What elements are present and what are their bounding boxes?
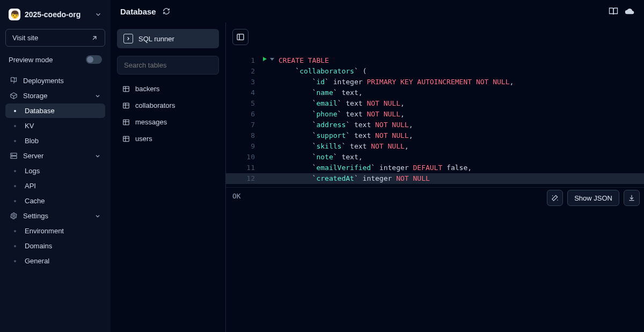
bullet-icon <box>14 185 16 187</box>
svg-rect-5 <box>123 86 129 91</box>
chevron-down-icon <box>94 153 101 159</box>
preview-mode-toggle[interactable] <box>86 55 102 64</box>
nav-item-storage[interactable]: Storage <box>5 88 105 103</box>
nav-sub-label: KV <box>25 122 34 130</box>
sidebar: 👦 2025-coedo-org Visit site Preview mode… <box>0 0 111 332</box>
show-json-button[interactable]: Show JSON <box>567 190 619 206</box>
nav-sub-general[interactable]: General <box>5 254 105 268</box>
play-icon[interactable] <box>261 56 268 62</box>
svg-rect-17 <box>237 34 244 40</box>
tables-column: SQL runner backerscollaboratorsmessagesu… <box>111 23 225 332</box>
editor-column: 1CREATE TABLE2 `collaborators` (3 `id` i… <box>225 23 644 332</box>
table-item-backers[interactable]: backers <box>117 81 219 97</box>
page-title: Database <box>120 7 156 16</box>
refresh-icon[interactable] <box>163 8 170 15</box>
visit-site-button[interactable]: Visit site <box>5 29 105 47</box>
bullet-icon <box>14 140 16 142</box>
bullet-icon <box>14 230 16 232</box>
topbar: Database <box>111 0 644 23</box>
cloud-icon[interactable] <box>625 6 634 16</box>
svg-point-3 <box>12 157 12 158</box>
main: Database SQL runner backerscollaborators… <box>111 0 644 332</box>
nav-sub-database[interactable]: Database <box>5 104 105 118</box>
preview-mode-row: Preview mode <box>5 53 105 66</box>
nav-sub-domains[interactable]: Domains <box>5 239 105 253</box>
bullet-icon <box>14 260 16 262</box>
nav-sub-label: Database <box>25 107 55 115</box>
nav-sub-label: Domains <box>25 242 52 250</box>
table-item-collaborators[interactable]: collaborators <box>117 98 219 113</box>
external-link-icon <box>91 34 98 42</box>
project-picker[interactable]: 👦 2025-coedo-org <box>5 5 105 24</box>
nav-sub-blob[interactable]: Blob <box>5 134 105 148</box>
nav-sub-environment[interactable]: Environment <box>5 224 105 238</box>
table-item-label: backers <box>135 85 160 93</box>
editor-actions: Show JSON <box>547 190 640 206</box>
chevron-down-icon <box>94 213 101 219</box>
nav-item-server[interactable]: Server <box>5 149 105 163</box>
table-icon <box>122 135 130 143</box>
download-button[interactable] <box>624 190 640 206</box>
svg-marker-19 <box>263 57 267 61</box>
nav-sub-label: Cache <box>25 197 45 205</box>
nav-sub-api[interactable]: API <box>5 179 105 193</box>
sql-runner-label: SQL runner <box>138 35 174 43</box>
nav-item-label: Settings <box>23 212 48 220</box>
table-item-users[interactable]: users <box>117 131 219 146</box>
bullet-icon <box>14 125 16 127</box>
nav-item-settings[interactable]: Settings <box>5 209 105 223</box>
nav-item-deployments[interactable]: Deployments <box>5 73 105 88</box>
tables-list: backerscollaboratorsmessagesusers <box>117 81 219 146</box>
chevron-down-icon <box>94 11 102 18</box>
nav-item-label: Server <box>23 152 43 160</box>
book-icon[interactable] <box>609 6 618 16</box>
code-editor[interactable]: 1CREATE TABLE2 `collaborators` (3 `id` i… <box>226 52 644 184</box>
table-icon <box>122 85 130 93</box>
svg-rect-14 <box>123 136 129 141</box>
table-item-label: messages <box>135 118 167 126</box>
bullet-icon <box>14 245 16 247</box>
sidebar-nav: DeploymentsStorageDatabaseKVBlobServerLo… <box>5 73 105 268</box>
chevron-down-icon <box>94 93 101 99</box>
search-tables-input[interactable] <box>117 56 219 75</box>
chevron-down-icon[interactable] <box>269 56 275 62</box>
panel-toggle-button[interactable] <box>232 29 248 45</box>
svg-point-2 <box>12 154 12 154</box>
table-icon <box>122 119 130 126</box>
svg-point-4 <box>13 215 15 217</box>
nav-sub-logs[interactable]: Logs <box>5 164 105 178</box>
avatar: 👦 <box>9 9 20 20</box>
nav-item-label: Storage <box>23 92 48 100</box>
terminal-icon <box>123 34 133 43</box>
nav-sub-cache[interactable]: Cache <box>5 194 105 208</box>
nav-sub-label: API <box>25 182 36 190</box>
svg-rect-11 <box>123 120 129 124</box>
show-json-label: Show JSON <box>574 194 612 202</box>
table-item-label: users <box>135 135 152 143</box>
bullet-icon <box>14 200 16 202</box>
table-item-messages[interactable]: messages <box>117 114 219 130</box>
nav-sub-label: Blob <box>25 137 39 145</box>
download-icon <box>628 194 635 202</box>
magic-wand-button[interactable] <box>547 190 563 206</box>
table-item-label: collaborators <box>135 101 175 109</box>
magic-wand-icon <box>551 194 559 202</box>
search-tables-field[interactable] <box>124 61 212 69</box>
preview-mode-label: Preview mode <box>9 56 53 64</box>
visit-site-label: Visit site <box>12 34 38 42</box>
bullet-icon <box>14 110 16 112</box>
table-icon <box>122 102 130 109</box>
svg-rect-8 <box>123 103 129 108</box>
nav-sub-label: Logs <box>25 167 40 175</box>
sql-runner-button[interactable]: SQL runner <box>117 29 219 48</box>
svg-marker-20 <box>270 58 274 61</box>
panel-left-icon <box>236 33 245 41</box>
nav-sub-label: Environment <box>25 227 64 235</box>
nav-item-label: Deployments <box>23 77 64 85</box>
bullet-icon <box>14 170 16 172</box>
nav-sub-label: General <box>25 257 49 265</box>
nav-sub-kv[interactable]: KV <box>5 119 105 133</box>
project-name: 2025-coedo-org <box>25 10 90 19</box>
